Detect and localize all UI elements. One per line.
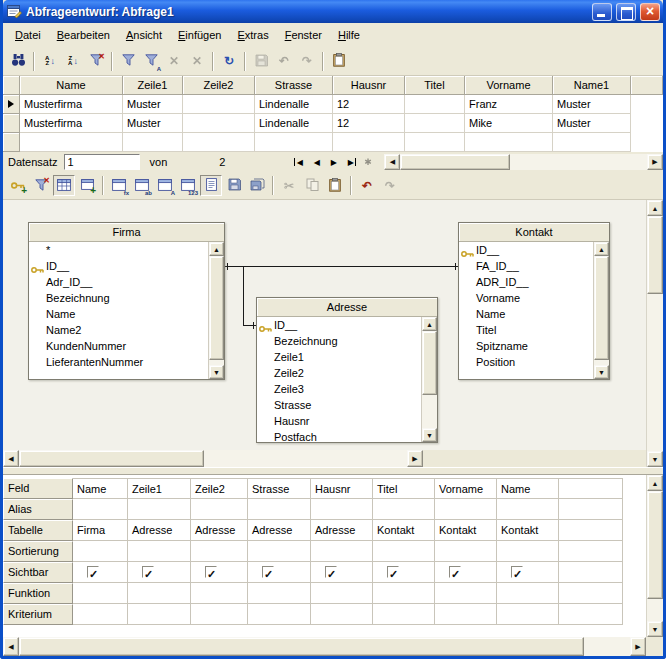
tabelle-cell[interactable]: Firma	[73, 520, 128, 541]
previous-record-button[interactable]	[308, 154, 325, 170]
menu-extras[interactable]: Extras	[229, 26, 276, 44]
table-scrollbar[interactable]	[208, 242, 224, 379]
sortierung-cell[interactable]	[128, 541, 191, 562]
save-as-button[interactable]	[246, 175, 268, 196]
sortierung-cell[interactable]	[248, 541, 311, 562]
cell[interactable]	[405, 95, 465, 114]
switch-design-view-button[interactable]	[53, 175, 75, 196]
scroll-up-button[interactable]	[594, 242, 609, 256]
scroll-right-button[interactable]	[407, 450, 423, 467]
field-item[interactable]: Bezeichnung	[257, 333, 421, 349]
cell[interactable]	[255, 133, 333, 152]
sichtbar-checkbox[interactable]	[449, 566, 461, 578]
funktion-cell[interactable]	[73, 583, 128, 604]
join-line[interactable]	[225, 266, 458, 267]
new-record-button[interactable]	[359, 154, 376, 170]
field-item[interactable]: KundenNummer	[29, 338, 208, 354]
record-number-input[interactable]	[64, 154, 140, 170]
save-button[interactable]	[223, 175, 245, 196]
cell[interactable]	[465, 133, 553, 152]
funktion-cell[interactable]	[435, 583, 497, 604]
field-item[interactable]: Adr_ID__	[29, 274, 208, 290]
field-item[interactable]: Zeile1	[257, 349, 421, 365]
cell[interactable]: Mike	[465, 114, 553, 133]
field-item[interactable]: Strasse	[257, 397, 421, 413]
close-button[interactable]	[640, 3, 660, 21]
row-header-sichtbar[interactable]: Sichtbar	[3, 562, 73, 583]
row-header-funktion[interactable]: Funktion	[3, 583, 73, 604]
reset-filter-button[interactable]: ✕	[163, 51, 185, 72]
maximize-button[interactable]	[616, 3, 636, 21]
field-item[interactable]: Postfach	[257, 429, 421, 442]
cell[interactable]	[123, 133, 183, 152]
record-selector[interactable]	[3, 133, 20, 152]
menu-ansicht[interactable]: Ansicht	[118, 26, 170, 44]
cell[interactable]	[553, 133, 631, 152]
kriterium-cell[interactable]	[435, 604, 497, 625]
cell[interactable]: Muster	[123, 95, 183, 114]
query-design-canvas[interactable]: Firma * ID__ Adr_ID__ Bezeichnung Name N…	[3, 200, 663, 467]
feld-cell[interactable]: Zeile1	[128, 478, 191, 499]
distinct-values-button[interactable]	[177, 175, 199, 196]
row-header-alias[interactable]: Alias	[3, 499, 73, 520]
field-item[interactable]: LieferantenNummer	[29, 354, 208, 370]
row-header-kriterium[interactable]: Kriterium	[3, 604, 73, 625]
scroll-up-button[interactable]	[422, 317, 437, 331]
scrollbar-thumb[interactable]	[594, 256, 609, 360]
tabelle-cell[interactable]: Adresse	[248, 520, 311, 541]
table-scrollbar[interactable]	[421, 317, 437, 442]
field-item[interactable]: Zeile3	[257, 381, 421, 397]
auto-filter-button[interactable]	[85, 51, 107, 72]
scrollbar-thumb[interactable]	[647, 491, 663, 599]
query-grid-vertical-scrollbar[interactable]	[646, 475, 663, 637]
cell[interactable]: 12	[333, 95, 405, 114]
first-record-button[interactable]	[291, 154, 308, 170]
sichtbar-checkbox[interactable]	[511, 566, 523, 578]
sichtbar-checkbox[interactable]	[205, 566, 217, 578]
record-selector[interactable]	[3, 114, 20, 133]
funktion-cell[interactable]	[191, 583, 248, 604]
scroll-down-button[interactable]	[594, 365, 609, 379]
functions-button[interactable]	[108, 175, 130, 196]
column-header-zeile1[interactable]: Zeile1	[123, 76, 183, 95]
scrollbar-thumb[interactable]	[422, 331, 437, 395]
table-window-kontakt[interactable]: Kontakt ID__ FA_ID__ ADR_ID__ Vorname Na…	[458, 222, 610, 380]
scroll-down-button[interactable]	[209, 365, 224, 379]
tabelle-cell[interactable]: Kontakt	[435, 520, 497, 541]
field-item[interactable]: ID__	[29, 258, 208, 274]
cell[interactable]	[405, 133, 465, 152]
scroll-up-button[interactable]	[647, 475, 663, 491]
sort-ascending-button[interactable]: ↓	[39, 51, 61, 72]
menu-datei[interactable]: Datei	[7, 26, 49, 44]
funktion-cell[interactable]	[248, 583, 311, 604]
column-header-vorname[interactable]: Vorname	[465, 76, 553, 95]
copy-button[interactable]	[301, 175, 323, 196]
column-header-zeile2[interactable]: Zeile2	[183, 76, 255, 95]
feld-cell[interactable]: Strasse	[248, 478, 311, 499]
row-header-tabelle[interactable]: Tabelle	[3, 520, 73, 541]
cell[interactable]: 12	[333, 114, 405, 133]
table-window-firma[interactable]: Firma * ID__ Adr_ID__ Bezeichnung Name N…	[28, 222, 225, 380]
cell[interactable]: Muster	[553, 114, 631, 133]
cell[interactable]: Musterfirma	[20, 95, 123, 114]
scroll-right-button[interactable]	[630, 637, 646, 656]
tabelle-cell[interactable]: Adresse	[128, 520, 191, 541]
join-line[interactable]	[243, 266, 244, 326]
undo-button[interactable]: ↶	[273, 51, 295, 72]
field-item[interactable]: Name	[459, 306, 593, 322]
alias-cell[interactable]	[559, 499, 623, 520]
table-scrollbar[interactable]	[593, 242, 609, 379]
cell[interactable]	[20, 133, 123, 152]
last-record-button[interactable]	[342, 154, 359, 170]
table-window-adresse[interactable]: Adresse ID__ Bezeichnung Zeile1 Zeile2 Z…	[256, 297, 438, 443]
table-title[interactable]: Kontakt	[459, 223, 609, 242]
feld-cell[interactable]: Name	[497, 478, 559, 499]
menu-hilfe[interactable]: Hilfe	[330, 26, 368, 44]
field-item[interactable]: Spitzname	[459, 338, 593, 354]
scrollbar-track[interactable]	[594, 256, 609, 365]
row-header-sortierung[interactable]: Sortierung	[3, 541, 73, 562]
alias-cell[interactable]	[311, 499, 373, 520]
field-item[interactable]: Name	[29, 306, 208, 322]
scrollbar-thumb[interactable]	[19, 637, 584, 656]
tabelle-cell[interactable]: Kontakt	[497, 520, 559, 541]
